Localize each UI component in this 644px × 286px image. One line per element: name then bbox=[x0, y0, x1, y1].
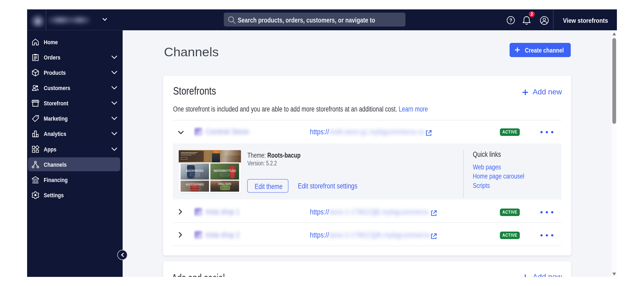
svg-text:?: ? bbox=[509, 18, 512, 23]
